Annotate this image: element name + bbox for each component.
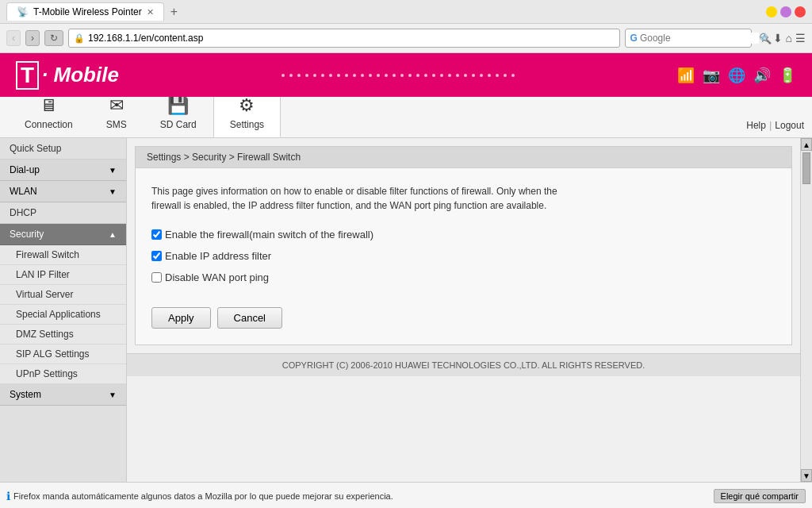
sidebar-item-dialup[interactable]: Dial-up ▼ [0, 160, 126, 181]
share-button[interactable]: Elegir qué compartir [714, 489, 806, 503]
content-body: This page gives information on how to en… [136, 168, 791, 344]
enable-ip-filter-row: Enable IP address filter [151, 250, 776, 262]
system-chevron-icon: ▼ [109, 391, 117, 399]
svg-point-28 [504, 74, 507, 77]
logout-link[interactable]: Logout [775, 120, 804, 131]
tmobile-header: T · Mobile [0, 53, 812, 97]
content-panel: Settings > Security > Firewall Switch Th… [135, 146, 792, 345]
svg-point-27 [496, 74, 499, 77]
header-icons: 📶 📷 🌐 🔊 🔋 [677, 67, 796, 84]
disable-wan-ping-label: Disable WAN port ping [165, 271, 269, 283]
svg-point-7 [337, 74, 340, 77]
svg-point-1 [289, 74, 293, 77]
svg-point-20 [440, 74, 443, 77]
connection-tab-label: Connection [25, 119, 73, 130]
help-logout-bar: Help | Logout [746, 119, 804, 137]
sidebar-item-wlan[interactable]: WLAN ▼ [0, 181, 126, 202]
app-wrapper: T · Mobile [0, 53, 812, 482]
sidebar-item-dhcp[interactable]: DHCP [0, 202, 126, 224]
titlebar: 📡 T-Mobile Wireless Pointer ✕ + [0, 0, 812, 24]
browser-toolbar: ‹ › ↻ 🔒 G 🔍 ☆ ⬇ ⌂ ☰ [0, 24, 812, 52]
search-engine-icon: G [630, 33, 638, 44]
restore-button[interactable] [780, 6, 791, 17]
sidebar-sub-item-virtual-server[interactable]: Virtual Server [0, 285, 126, 305]
new-tab-button[interactable]: + [170, 5, 178, 19]
svg-point-18 [424, 74, 427, 77]
sidebar-sub-item-lan-ip-filter[interactable]: LAN IP Filter [0, 265, 126, 285]
refresh-button[interactable]: ↻ [44, 30, 63, 46]
tab-title: T-Mobile Wireless Pointer [33, 6, 142, 17]
minimize-button[interactable] [766, 6, 777, 17]
content-area: Settings > Security > Firewall Switch Th… [127, 138, 800, 482]
dots-decoration [119, 71, 677, 79]
button-row: Apply Cancel [151, 299, 776, 329]
sidebar-sub-item-upnp-settings[interactable]: UPnP Settings [0, 364, 126, 384]
info-icon: ℹ [6, 490, 10, 502]
connection-tab-icon: 🖥 [40, 95, 57, 116]
star-icon[interactable]: ☆ [760, 32, 770, 44]
sidebar-sub-item-sip-alg-settings[interactable]: SIP ALG Settings [0, 344, 126, 364]
address-bar[interactable] [88, 33, 615, 44]
close-button[interactable] [795, 6, 806, 17]
lock-icon: 🔒 [74, 33, 85, 44]
svg-point-3 [305, 74, 308, 77]
disable-wan-ping-checkbox[interactable] [151, 272, 162, 283]
enable-ip-filter-label: Enable IP address filter [165, 250, 271, 262]
svg-point-2 [297, 74, 301, 77]
sidebar-sub-item-firewall-switch[interactable]: Firewall Switch [0, 245, 126, 265]
cancel-button[interactable]: Cancel [217, 307, 282, 329]
back-button[interactable]: ‹ [6, 30, 21, 46]
svg-point-9 [353, 74, 356, 77]
tmobile-brand-name: · Mobile [42, 63, 119, 87]
sidebar-item-security[interactable]: Security ▲ [0, 224, 126, 245]
enable-ip-filter-checkbox[interactable] [151, 251, 162, 261]
window-controls [766, 6, 806, 17]
download-icon[interactable]: ⬇ [773, 32, 783, 44]
apply-button[interactable]: Apply [151, 307, 211, 329]
svg-point-16 [408, 74, 412, 77]
speaker-icon: 🔊 [753, 67, 771, 84]
home-icon[interactable]: ⌂ [786, 32, 792, 44]
search-input[interactable] [640, 33, 759, 44]
browser-tab[interactable]: 📡 T-Mobile Wireless Pointer ✕ [6, 2, 164, 21]
dots-svg [279, 71, 517, 79]
svg-point-22 [456, 74, 459, 77]
svg-point-24 [472, 74, 475, 77]
svg-point-4 [313, 74, 316, 77]
scroll-down-button[interactable]: ▼ [801, 469, 812, 482]
signal-icon: 📶 [677, 67, 695, 84]
toolbar-icons: ☆ ⬇ ⌂ ☰ [760, 32, 806, 44]
tab-close-button[interactable]: ✕ [147, 7, 154, 17]
camera-icon: 📷 [703, 67, 720, 84]
forward-button[interactable]: › [25, 30, 40, 46]
sidebar-sub-item-dmz-settings[interactable]: DMZ Settings [0, 325, 126, 344]
breadcrumb: Settings > Security > Firewall Switch [136, 147, 791, 168]
separator: | [769, 119, 772, 131]
footer: COPYRIGHT (C) 2006-2010 HUAWEI TECHNOLOG… [127, 353, 800, 376]
enable-firewall-label: Enable the firewall(main switch of the f… [165, 229, 373, 241]
right-scrollbar[interactable]: ▲ ▼ [800, 138, 812, 482]
menu-icon[interactable]: ☰ [795, 32, 806, 44]
sidebar: Quick Setup Dial-up ▼ WLAN ▼ DHCP Securi… [0, 138, 127, 482]
sdcard-tab-icon: 💾 [167, 95, 189, 116]
help-link[interactable]: Help [746, 120, 766, 131]
enable-firewall-row: Enable the firewall(main switch of the f… [151, 229, 776, 241]
svg-point-11 [369, 74, 372, 77]
sidebar-sub-item-special-applications[interactable]: Special Applications [0, 305, 126, 325]
browser-chrome: 📡 T-Mobile Wireless Pointer ✕ + ‹ › ↻ 🔒 … [0, 0, 812, 53]
sidebar-item-system[interactable]: System ▼ [0, 384, 126, 406]
copyright-text: COPYRIGHT (C) 2006-2010 HUAWEI TECHNOLOG… [282, 360, 645, 370]
scroll-thumb[interactable] [802, 152, 810, 184]
sms-tab-icon: ✉ [109, 95, 124, 116]
sidebar-item-quick-setup[interactable]: Quick Setup [0, 138, 126, 160]
sms-tab-label: SMS [106, 119, 127, 130]
enable-firewall-checkbox[interactable] [151, 229, 162, 240]
settings-tab-icon: ⚙ [239, 95, 255, 116]
scroll-up-button[interactable]: ▲ [801, 138, 812, 151]
svg-point-13 [385, 74, 388, 77]
svg-point-12 [377, 74, 380, 77]
status-bar: ℹ Firefox manda automáticamente algunos … [0, 482, 812, 508]
svg-point-0 [282, 74, 285, 77]
sdcard-tab-label: SD Card [160, 119, 197, 130]
scroll-track [801, 151, 812, 469]
